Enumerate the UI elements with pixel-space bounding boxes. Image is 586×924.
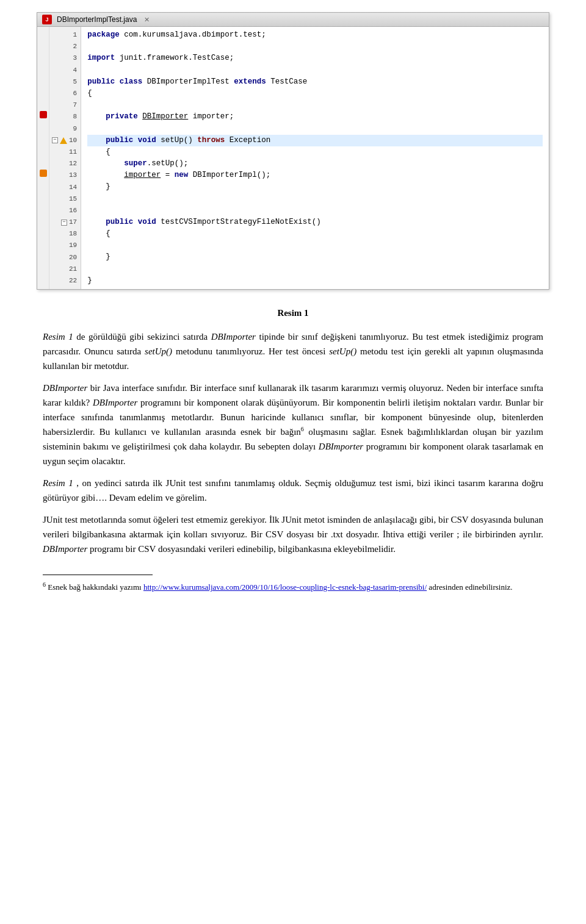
line-number-row: 11 [52,146,77,158]
code-line-17: public void testCVSImportStrategyFileNot… [87,217,543,228]
gutter-cell-7 [37,97,49,109]
line-number-row: 20 [52,252,77,263]
editor-body: 123456789−10111213141516−171819202122pac… [37,27,549,289]
close-icon[interactable]: ✕ [144,16,150,24]
keyword-token: void [138,135,156,146]
line-number-row: 14 [52,181,77,193]
keyword-token: public [106,217,133,228]
p1-italic-2: setUp() [145,346,172,356]
line-number-row: 22 [52,275,77,287]
line-number-row: 9 [52,123,77,135]
code-line-8: private DBImporter importer; [87,111,543,123]
error-icon [40,111,47,118]
indent-space [87,135,106,146]
code-line-16 [87,205,543,217]
gutter-cell-13 [37,167,49,179]
footnote-suffix: adresinden edinebilirsiniz. [429,582,512,592]
p3-text1: , on yedinci satırda ilk JUnit test sını… [43,478,543,503]
plain-token: junit.framework.TestCase; [115,52,234,64]
collapse-button[interactable]: − [52,137,58,143]
p1-italic-1: DBImporter [211,332,256,342]
p1-italic-3: setUp() [329,346,356,356]
p4-text1: JUnit test metotlarında somut öğeleri te… [43,515,543,539]
editor-title-icon: J [42,15,52,24]
code-line-10: public void setUp() throws Exception [87,135,543,146]
line-number-row: 6 [52,88,77,99]
gutter-cell-18 [37,226,49,237]
warning-triangle-icon [60,137,67,144]
code-line-15 [87,193,543,205]
gutter-cell-5 [37,74,49,85]
line-number-text: 9 [73,124,78,134]
indent-space [87,158,124,170]
keyword-token: public [87,76,115,88]
footnote-text: 6 Esnek bağ hakkındaki yazımı http://www… [43,580,543,593]
p4-italic-1: DBImporter [43,544,87,554]
plain-token [138,111,143,123]
plain-token: setUp() [156,135,198,146]
code-line-3: import junit.framework.TestCase; [87,52,543,64]
gutter-cell-21 [37,261,49,273]
p1-text1: de görüldüğü gibi sekizinci satırda [76,332,211,342]
code-line-12: super.setUp(); [87,158,543,170]
line-number-text: 5 [73,77,78,87]
line-number-text: 6 [73,88,78,99]
plain-token: testCVSImportStrategyFileNotExist() [156,217,321,228]
plain-token: { [106,146,110,158]
line-number-row: 19 [52,240,77,251]
line-number-row: 2 [52,41,77,52]
plain-token: DBImporterImpl(); [188,170,270,181]
p2-italic-3: DBImporter [319,442,363,451]
line-number-row: −10 [52,135,77,146]
p2-italic-1: DBImporter [43,383,87,393]
paragraph-1: Resim 1 de görüldüğü gibi sekizinci satı… [43,329,543,373]
editor-left-gutter [37,27,49,289]
code-line-11: { [87,146,543,158]
line-number-text: 14 [69,182,77,193]
code-line-18: { [87,228,543,240]
gutter-cell-8 [37,109,49,120]
gutter-cell-17 [37,214,49,226]
collapse-button[interactable]: − [61,220,67,226]
editor-titlebar: J DBImporterImplTest.java ✕ [37,13,549,27]
indent-space [87,170,124,181]
gutter-cell-11 [37,144,49,156]
p2-italic-2: DBImporter [93,398,137,407]
caption: Resim 1 [43,308,543,318]
line-number-text: 16 [69,206,77,216]
gutter-cell-4 [37,62,49,74]
line-number-text: 21 [69,264,77,274]
footnote-link[interactable]: http://www.kurumsaljava.com/2009/10/16/l… [143,582,427,592]
gutter-cell-12 [37,156,49,167]
editor-line-numbers: 123456789−10111213141516−171819202122 [49,27,81,289]
code-line-20: } [87,252,543,263]
gutter-cell-10 [37,132,49,144]
keyword-token: class [120,76,143,88]
content: Resim 1 Resim 1 de görüldüğü gibi sekizi… [37,308,549,593]
code-line-22: } [87,275,543,287]
line-number-row: 7 [52,99,77,111]
line-number-text: 19 [69,240,77,251]
keyword-token: private [106,111,138,123]
editor-title-text: DBImporterImplTest.java [57,15,137,24]
gutter-cell-6 [37,85,49,97]
keyword-token: super [124,158,147,170]
gutter-cell-2 [37,38,49,50]
line-number-row: 15 [52,193,77,205]
line-number-row: 18 [52,228,77,240]
throws-keyword-token: throws [197,135,225,146]
code-line-1: package com.kurumsaljava.dbimport.test; [87,29,543,41]
keyword-token: new [175,170,189,181]
p3-italic-1: Resim 1 [43,478,73,488]
plain-token: importer; [188,111,234,123]
keyword-token: void [138,217,156,228]
class-token: DBImporter [142,111,188,123]
plain-token: com.kurumsaljava.dbimport.test; [120,29,266,41]
keyword-token: package [87,29,120,41]
keyword-token: public [106,135,133,146]
line-number-row: 1 [52,29,77,41]
line-number-text: 10 [69,135,77,146]
line-number-text: 4 [73,65,78,76]
gutter-cell-22 [37,273,49,284]
plain-token: DBImporterImplTest [142,76,234,88]
